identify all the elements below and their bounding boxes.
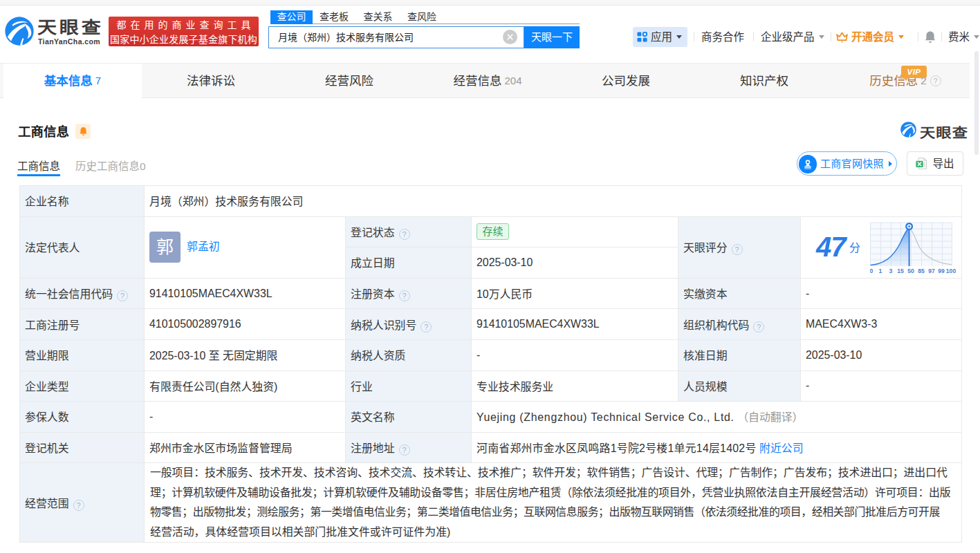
svg-text:97: 97 (928, 267, 935, 274)
svg-text:100: 100 (946, 267, 956, 274)
svg-text:85: 85 (918, 267, 925, 274)
svg-text:3: 3 (889, 267, 893, 274)
svg-text:1: 1 (879, 267, 882, 274)
svg-text:99: 99 (938, 267, 945, 274)
svg-text:50: 50 (907, 267, 914, 274)
svg-text:0: 0 (870, 267, 873, 274)
svg-text:15: 15 (897, 267, 904, 274)
